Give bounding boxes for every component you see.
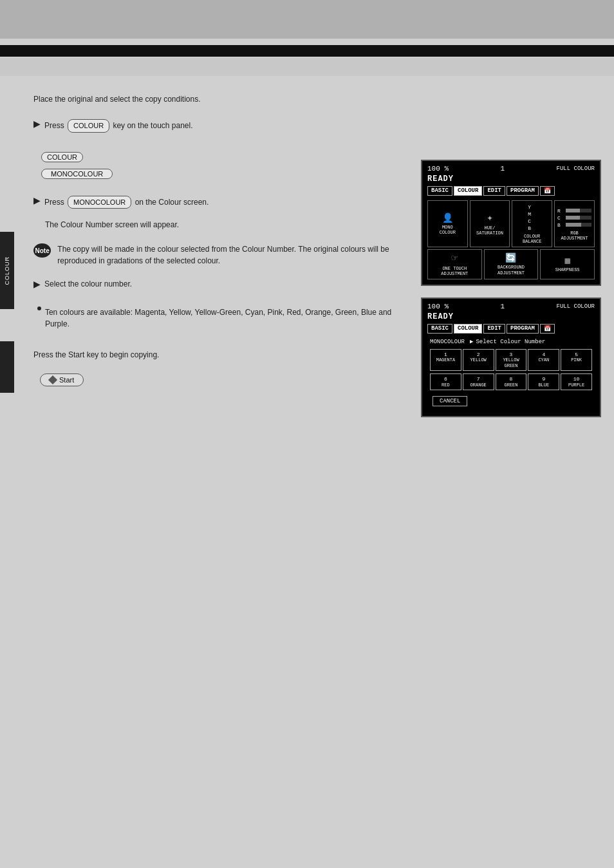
- color-btn-magenta[interactable]: 1MAGENTA: [430, 349, 461, 371]
- screen1: 100 % 1 FULL COLOUR READY BASIC COLOUR E…: [421, 160, 601, 286]
- background-adj-cell[interactable]: 🔄 BACKGROUNDADJUSTMENT: [484, 249, 539, 279]
- color-btn-purple[interactable]: 10PURPLE: [561, 373, 592, 390]
- start-button[interactable]: Start: [40, 373, 84, 386]
- screen2-tabs: BASIC COLOUR EDIT PROGRAM 📅: [425, 322, 597, 334]
- bottom-left-tab: [0, 341, 14, 393]
- color-btn-yellow[interactable]: 2YELLOW: [463, 349, 494, 371]
- monocolour-cell[interactable]: 👤 MONOCOLOUR: [427, 200, 468, 247]
- screens-area: 100 % 1 FULL COLOUR READY BASIC COLOUR E…: [421, 160, 604, 429]
- hue-icon: ✦: [487, 211, 493, 224]
- top-bar: [0, 0, 614, 39]
- screen2-copies: 1: [500, 303, 505, 310]
- note-badge: Note: [33, 243, 51, 258]
- screen2-status: READY: [425, 312, 597, 322]
- rgb-adjustment-label: RGBADJUSTMENT: [561, 231, 588, 241]
- color-select-grid-2: 6RED 7ORANGE 8GREEN 9BLUE 10PURPLE: [427, 372, 595, 392]
- rgb-adjustment-cell[interactable]: R C B RGBADJUSTMENT: [554, 200, 595, 247]
- color-btn-pink[interactable]: 5PINK: [561, 349, 592, 371]
- screen2-tab-calendar[interactable]: 📅: [540, 324, 555, 334]
- arrow3-symbol: ▶: [33, 279, 41, 289]
- background-icon: 🔄: [505, 252, 516, 263]
- hue-label: HUE/SATURATION: [476, 225, 503, 236]
- colour-button-ref[interactable]: COLOUR: [68, 119, 109, 133]
- screen1-tab-edit[interactable]: EDIT: [483, 186, 505, 196]
- screen2-select-label: Select Colour Number: [476, 339, 545, 345]
- one-touch-label: ONE TOUCHADJUSTMENT: [441, 266, 468, 277]
- step3-text: Select the colour number.: [44, 278, 132, 290]
- color-btn-yellow-green[interactable]: 3YELLOW GREEN: [496, 349, 527, 371]
- monocolour-ref-button[interactable]: MONOCOLOUR: [68, 196, 131, 209]
- screen2-tab-colour[interactable]: COLOUR: [454, 324, 482, 334]
- screen1-tab-program[interactable]: PROGRAM: [507, 186, 539, 196]
- screen2-mono-label: MONOCOLOUR: [427, 337, 467, 346]
- color-select-grid: 1MAGENTA 2YELLOW 3YELLOW GREEN 4CYAN 5PI…: [427, 348, 595, 372]
- screen1-status: READY: [425, 174, 597, 184]
- screen2: 100 % 1 FULL COLOUR READY BASIC COLOUR E…: [421, 297, 601, 417]
- colour-balance-cell[interactable]: Y M C B COLOUR BALANCE: [512, 200, 552, 247]
- one-touch-icon: ☞: [452, 252, 458, 265]
- one-touch-cell[interactable]: ☞ ONE TOUCHADJUSTMENT: [427, 249, 482, 279]
- color-btn-red[interactable]: 6RED: [430, 373, 461, 390]
- monocolour-label: MONOCOLOUR: [440, 225, 456, 236]
- step1-line: ▶ Press COLOUR key on the touch panel.: [33, 118, 414, 139]
- sharpness-icon: ▦: [564, 255, 570, 266]
- bullet-dot: [37, 307, 41, 310]
- screen2-body: MONOCOLOUR ▶ Select Colour Number 1MAGEN…: [425, 334, 597, 413]
- screen2-tab-basic[interactable]: BASIC: [427, 324, 452, 334]
- screen1-tab-colour[interactable]: COLOUR: [454, 186, 482, 196]
- screen1-percent: 100 %: [427, 165, 449, 173]
- screen2-percent: 100 %: [427, 303, 449, 310]
- hue-saturation-cell[interactable]: ✦ HUE/SATURATION: [470, 200, 510, 247]
- bullet1-text: Ten colours are available: Magenta, Yell…: [45, 307, 414, 330]
- start-icon: [48, 375, 57, 384]
- step3-line: ▶ Select the colour number.: [33, 278, 414, 295]
- header-bar: [0, 45, 614, 57]
- color-btn-green[interactable]: 8GREEN: [496, 373, 527, 390]
- screen2-tab-program[interactable]: PROGRAM: [507, 324, 539, 334]
- note-text: The copy will be made in the colour sele…: [57, 243, 414, 267]
- screen1-header: 100 % 1 FULL COLOUR: [425, 164, 597, 174]
- cancel-button-screen[interactable]: CANCEL: [433, 396, 467, 406]
- monocolour-icon: 👤: [442, 212, 453, 223]
- screen1-body: 👤 MONOCOLOUR ✦ HUE/SATURATION Y: [425, 196, 597, 282]
- step2-line: ▶ Press MONOCOLOUR on the Colour screen.: [33, 194, 414, 216]
- arrow1-symbol: ▶: [33, 118, 41, 129]
- screen1-mode: FULL COLOUR: [557, 165, 595, 172]
- screen1-copies: 1: [500, 165, 505, 173]
- colour-step-button[interactable]: COLOUR: [41, 152, 83, 162]
- step2-text: Press MONOCOLOUR on the Colour screen.: [44, 194, 209, 211]
- para2: The Colour Number screen will appear.: [45, 219, 414, 231]
- screen2-mode: FULL COLOUR: [557, 303, 595, 310]
- start-label: Start: [59, 376, 74, 384]
- monocolour-step-button[interactable]: MONOCOLOUR: [41, 169, 113, 179]
- color-btn-cyan[interactable]: 4CYAN: [528, 349, 559, 371]
- colour-balance-label: COLOUR BALANCE: [514, 234, 550, 245]
- screen2-tab-edit[interactable]: EDIT: [483, 324, 505, 334]
- para3: Press the Start key to begin copying.: [33, 349, 414, 361]
- para1: Place the original and select the copy c…: [33, 93, 414, 105]
- rgb-bars: R C B: [556, 207, 593, 229]
- step1-text: Press COLOUR key on the touch panel.: [44, 118, 193, 134]
- color-btn-orange[interactable]: 7ORANGE: [463, 373, 494, 390]
- screen1-tab-calendar[interactable]: 📅: [540, 186, 555, 196]
- screen1-tabs: BASIC COLOUR EDIT PROGRAM 📅: [425, 184, 597, 196]
- subheader-bar: [0, 58, 614, 76]
- screen2-header: 100 % 1 FULL COLOUR: [425, 301, 597, 312]
- sharpness-cell[interactable]: ▦ SHARPNESS: [540, 249, 595, 279]
- arrow2-symbol: ▶: [33, 195, 41, 205]
- background-label: BACKGROUNDADJUSTMENT: [498, 265, 525, 276]
- colour-balance-bars: Y M C B: [526, 203, 537, 232]
- screen2-arrow: ▶: [470, 338, 473, 345]
- color-btn-blue[interactable]: 9BLUE: [528, 373, 559, 390]
- sharpness-label: SHARPNESS: [555, 267, 580, 272]
- screen1-tab-basic[interactable]: BASIC: [427, 186, 452, 196]
